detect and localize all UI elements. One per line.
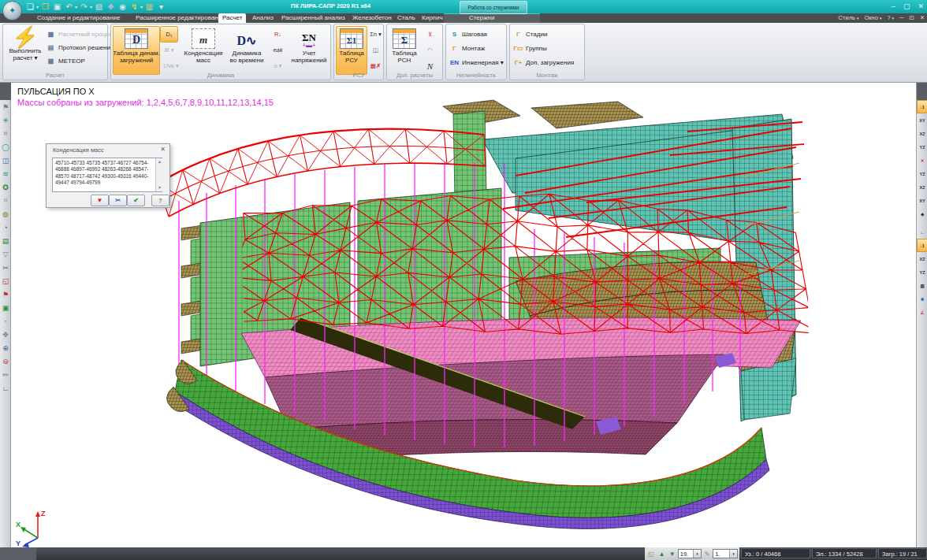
ellipse-tool[interactable]: ◯ bbox=[0, 140, 11, 154]
rsu-window-button[interactable]: ◫ bbox=[367, 42, 385, 58]
view-yz2-button[interactable]: YZ bbox=[917, 265, 927, 279]
flash-run-button[interactable]: ↯ bbox=[129, 2, 140, 13]
stages[interactable]: ΓСтадии bbox=[513, 28, 547, 41]
view-xz2-button[interactable]: XZ bbox=[917, 252, 927, 265]
apply-button[interactable]: ✔ bbox=[127, 195, 145, 206]
undo-button-dropdown[interactable]: ▾ bbox=[75, 4, 77, 9]
grid-tool[interactable]: ⌗ bbox=[0, 127, 11, 140]
loadcase-combo[interactable]: 19.▾ bbox=[678, 549, 702, 558]
library-button[interactable]: ❖ bbox=[106, 2, 116, 13]
minimize-button[interactable]: – bbox=[892, 1, 895, 13]
mass-condensation-button[interactable]: m Конденсация масс bbox=[182, 26, 225, 75]
target-tool[interactable]: ✪ bbox=[0, 180, 11, 194]
compass-tool[interactable]: ◔ bbox=[0, 221, 11, 234]
chart-tool[interactable]: ▤ bbox=[0, 234, 11, 247]
section-tool[interactable]: ◫ bbox=[0, 154, 11, 167]
engineering-nonlin[interactable]: ENИнженерная ▾ bbox=[449, 56, 504, 69]
dynamic-loads-table-button[interactable]: D Таблица динам. загружений bbox=[113, 26, 160, 75]
fragment-tool[interactable]: ◱ bbox=[0, 274, 11, 287]
tab-5[interactable]: Расширенный анализ bbox=[277, 13, 349, 23]
zoom-in-tool[interactable]: ⊕ bbox=[0, 341, 11, 354]
mode-combo-arrow[interactable]: ▾ bbox=[729, 550, 737, 558]
box-select-tool[interactable]: ▫ bbox=[0, 314, 11, 328]
undo-button[interactable]: ↶ bbox=[64, 2, 74, 13]
tab-7[interactable]: Сталь bbox=[393, 13, 419, 23]
mdi-minimize-button[interactable]: ─ bbox=[899, 13, 903, 23]
view-xz-button[interactable]: XZ bbox=[917, 127, 927, 140]
mdi-close-button[interactable]: ✕ bbox=[920, 13, 925, 23]
view-clear-button[interactable]: ✕ bbox=[917, 154, 927, 167]
scroll-down-icon[interactable]: ▼ bbox=[156, 184, 163, 191]
flag-tool[interactable]: ⚑ bbox=[0, 287, 11, 301]
cut-button[interactable]: ✂ bbox=[109, 195, 127, 206]
step-analysis[interactable]: SШаговая bbox=[449, 28, 487, 41]
tab-6[interactable]: Железобетон bbox=[348, 13, 396, 23]
tab-9[interactable]: Стержни bbox=[465, 13, 499, 23]
stability-button[interactable]: ⊻ bbox=[421, 26, 439, 43]
rsn-table-button[interactable]: Σ Таблица РСН bbox=[389, 26, 420, 75]
close-button[interactable]: ✕ bbox=[918, 1, 924, 13]
eak-button[interactable]: eak bbox=[269, 42, 287, 58]
open-file-button[interactable]: ❒ bbox=[40, 2, 50, 13]
view-yz-rear-button[interactable]: YZ bbox=[917, 167, 927, 180]
save-button[interactable]: ▣ bbox=[52, 2, 62, 13]
view-iso-button[interactable]: ◈ bbox=[917, 207, 927, 221]
soil-button[interactable]: ◠ bbox=[421, 42, 439, 58]
scroll-up-icon[interactable]: ▲ bbox=[156, 158, 163, 165]
maximize-button[interactable]: ▢ bbox=[903, 1, 910, 13]
tab-4[interactable]: Анализ bbox=[248, 13, 277, 23]
mode-combo[interactable]: 1.▾ bbox=[713, 549, 738, 558]
axes-tool[interactable]: ∟ bbox=[0, 381, 11, 395]
view-persp-button[interactable]: ▨ bbox=[917, 279, 927, 292]
help-menu[interactable]: ?▾ bbox=[887, 13, 894, 23]
tab-2[interactable]: Расширенное редактирование bbox=[132, 13, 229, 23]
dialog-element-list[interactable]: 45710-45733 45735 45737-46727 46754-4688… bbox=[52, 158, 162, 192]
mdi-restore-button[interactable]: ⊡ bbox=[909, 13, 914, 23]
pan-tool[interactable]: ✥ bbox=[0, 328, 11, 341]
dialog-close-icon[interactable]: ✕ bbox=[160, 146, 166, 153]
r-down-button[interactable]: R↓ bbox=[269, 26, 287, 43]
view-xy-button[interactable]: XY bbox=[917, 113, 927, 127]
filter-funnel-tool[interactable]: ▽ bbox=[0, 247, 11, 261]
model-canvas[interactable]: ПУЛЬСАЦИЯ ПО X Массы собраны из загружен… bbox=[11, 83, 916, 547]
pencil-tool[interactable]: ✏ bbox=[0, 368, 11, 381]
groups[interactable]: Γ▭Группы bbox=[513, 42, 547, 55]
pack-model-button[interactable]: ▧ bbox=[94, 2, 104, 13]
loadcase-combo-arrow[interactable]: ▾ bbox=[693, 550, 701, 558]
meteor[interactable]: ▦МЕТЕОР bbox=[46, 54, 85, 68]
down-status-button[interactable]: ▼ bbox=[668, 549, 677, 559]
mark-node-tool[interactable]: ✳ bbox=[0, 113, 11, 127]
cut-fragment-tool[interactable]: ✂ bbox=[0, 261, 11, 274]
view-axo-button[interactable]: ∠ bbox=[917, 306, 927, 319]
fragment-status-button[interactable]: ◱ bbox=[646, 549, 656, 559]
window-menu[interactable]: Окно▾ bbox=[864, 13, 881, 23]
stamp-tool[interactable]: ▣ bbox=[0, 301, 11, 314]
help-button[interactable]: ? bbox=[151, 195, 169, 206]
disc-tool[interactable]: ◍ bbox=[0, 207, 11, 221]
run-calculation-button[interactable]: ⚡ Выполнить расчет ▾ bbox=[6, 26, 45, 75]
flash-run-button-dropdown[interactable]: ▾ bbox=[140, 4, 143, 9]
style-menu[interactable]: Стиль▾ bbox=[839, 13, 859, 23]
d-plus-button[interactable]: ⊞ ▾ bbox=[160, 42, 178, 58]
redo-button-dropdown[interactable]: ▾ bbox=[90, 4, 92, 9]
new-file-button-dropdown[interactable]: ▾ bbox=[36, 4, 39, 9]
time-dynamics-button[interactable]: D∿ Динамика во времени bbox=[225, 26, 269, 75]
layers-tool[interactable]: ≋ bbox=[0, 167, 11, 180]
view-default-button[interactable]: ↓1 bbox=[917, 100, 927, 113]
view-xz-rear-button[interactable]: XZ bbox=[917, 180, 927, 194]
d1-button[interactable]: D₁ bbox=[160, 26, 178, 43]
solve-protocol[interactable]: ▤Протокол решения bbox=[46, 41, 114, 54]
up-status-button[interactable]: ▲ bbox=[657, 549, 666, 559]
rsu-table-button[interactable]: Σ1 Таблица РСУ bbox=[336, 26, 367, 75]
tab-1[interactable]: Создание и редактирование bbox=[33, 13, 124, 23]
view-corner-button[interactable]: ∟ bbox=[917, 225, 927, 239]
tab-8[interactable]: Кирпич bbox=[418, 13, 447, 23]
view-xy-rear-button[interactable]: XY bbox=[917, 194, 927, 207]
stress-account-button[interactable]: ΣN +▬+ Учет напряжений bbox=[286, 26, 332, 75]
app-logo-icon[interactable]: ✦ bbox=[2, 1, 22, 20]
dialog-scrollbar[interactable]: ▲ ▼ bbox=[155, 158, 163, 191]
pencil-status-button[interactable]: ✎ bbox=[702, 549, 712, 559]
snapshot-button[interactable]: ◉ bbox=[117, 2, 128, 13]
tab-3[interactable]: Расчет bbox=[218, 13, 246, 23]
qat-more-button[interactable]: ▾ bbox=[156, 2, 166, 13]
